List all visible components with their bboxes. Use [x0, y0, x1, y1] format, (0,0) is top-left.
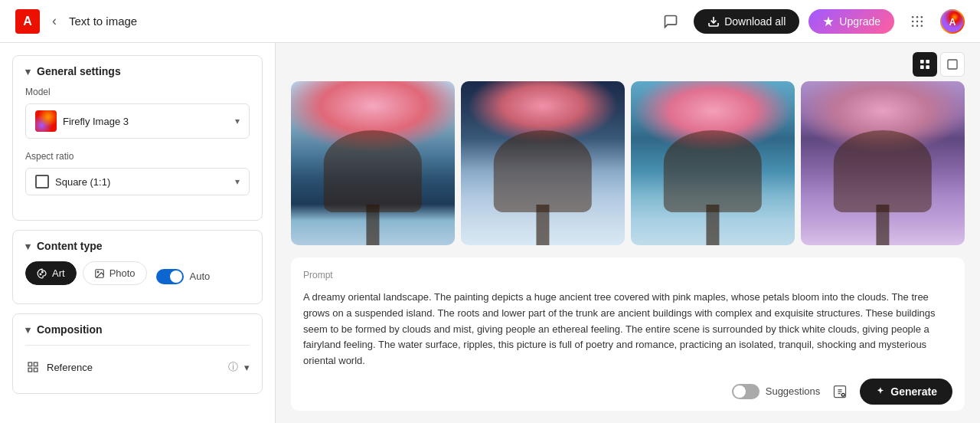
generate-button[interactable]: Generate — [860, 379, 952, 405]
chevron-icon: ▾ — [25, 241, 31, 252]
svg-rect-23 — [926, 65, 929, 69]
generate-icon — [875, 386, 886, 397]
page-title: Text to image — [69, 15, 137, 28]
svg-rect-16 — [28, 362, 32, 366]
single-view-icon — [946, 58, 959, 70]
generated-image-2[interactable] — [461, 81, 625, 245]
reference-dropdown-arrow[interactable]: ▾ — [244, 362, 250, 373]
general-settings-title: General settings — [37, 65, 121, 77]
comment-button[interactable] — [657, 8, 684, 35]
prompt-footer: Suggestions Generate — [303, 379, 952, 405]
general-settings-section: ▾ General settings Model Firefly Image 3… — [12, 55, 263, 221]
svg-rect-17 — [34, 362, 38, 366]
model-dropdown-arrow: ▾ — [235, 116, 240, 126]
reference-icon — [25, 359, 41, 375]
photo-button[interactable]: Photo — [83, 261, 147, 285]
general-settings-header[interactable]: ▾ General settings — [13, 56, 262, 87]
view-toggle — [291, 52, 965, 77]
enhance-button[interactable] — [828, 379, 852, 404]
art-icon — [37, 268, 47, 279]
main-layout: ▾ General settings Model Firefly Image 3… — [0, 43, 980, 423]
aspect-ratio-dropdown-arrow: ▾ — [235, 176, 240, 187]
suggestions-toggle[interactable] — [732, 384, 760, 399]
content-type-section: ▾ Content type Art — [12, 230, 263, 304]
svg-rect-20 — [920, 60, 924, 64]
svg-rect-22 — [920, 65, 924, 69]
svg-point-8 — [916, 25, 919, 27]
single-view-button[interactable] — [940, 52, 965, 77]
art-button[interactable]: Art — [25, 261, 77, 285]
generated-image-4[interactable] — [801, 81, 965, 245]
svg-rect-18 — [34, 368, 38, 372]
image-grid — [291, 81, 965, 245]
prompt-text[interactable]: A dreamy oriental landscape. The paintin… — [303, 290, 952, 369]
svg-point-5 — [916, 20, 919, 22]
adobe-logo: A — [15, 9, 40, 34]
grid-dots-icon — [910, 14, 925, 29]
content-type-title: Content type — [37, 240, 103, 252]
content-type-buttons: Art Photo — [25, 261, 147, 285]
model-thumbnail — [35, 110, 57, 132]
auto-toggle-container: Auto — [156, 269, 211, 284]
svg-point-13 — [41, 271, 43, 273]
sidebar: ▾ General settings Model Firefly Image 3… — [0, 43, 276, 423]
composition-section: ▾ Composition Reference ⓘ ▾ — [12, 313, 263, 394]
svg-text:A: A — [949, 17, 956, 28]
model-label: Model — [25, 87, 250, 97]
suggestions-toggle-container: Suggestions — [732, 384, 821, 399]
aspect-ratio-value: Square (1:1) — [55, 176, 229, 188]
auto-toggle[interactable] — [156, 269, 184, 284]
top-row — [291, 55, 965, 245]
svg-rect-19 — [28, 368, 32, 372]
images-and-toggle — [291, 55, 965, 245]
composition-body: Reference ⓘ ▾ — [13, 346, 262, 393]
composition-chevron-icon: ▾ — [25, 324, 31, 336]
svg-point-12 — [40, 274, 41, 275]
upgrade-button[interactable]: Upgrade — [808, 9, 894, 34]
download-all-button[interactable]: Download all — [694, 9, 799, 34]
grid-view-icon — [919, 58, 931, 70]
svg-point-2 — [916, 15, 919, 18]
composition-title: Composition — [37, 323, 103, 336]
generated-image-3[interactable] — [631, 81, 795, 245]
grid-view-button[interactable] — [913, 52, 937, 77]
photo-icon — [94, 268, 105, 279]
aspect-ratio-label: Aspect ratio — [25, 151, 250, 162]
svg-rect-24 — [948, 60, 957, 69]
model-dropdown[interactable]: Firefly Image 3 ▾ — [25, 103, 250, 139]
content-type-row: Art Photo Auto — [25, 261, 250, 291]
back-button[interactable]: ‹ — [49, 10, 60, 32]
content-type-header[interactable]: ▾ Content type — [13, 231, 262, 261]
svg-point-3 — [921, 15, 923, 18]
prompt-label: Prompt — [303, 270, 952, 280]
auto-toggle-label: Auto — [190, 271, 211, 282]
info-icon[interactable]: ⓘ — [228, 360, 238, 374]
download-icon — [707, 15, 720, 28]
enhance-icon — [832, 384, 848, 399]
general-settings-body: Model Firefly Image 3 ▾ Aspect ratio Squ… — [13, 87, 262, 220]
reference-row: Reference ⓘ ▾ — [25, 353, 250, 381]
generated-image-1[interactable] — [291, 81, 455, 245]
model-name: Firefly Image 3 — [63, 116, 229, 127]
svg-point-15 — [97, 271, 99, 273]
upgrade-icon — [822, 15, 835, 28]
svg-point-9 — [921, 25, 923, 27]
content-type-body: Art Photo Auto — [13, 261, 262, 303]
svg-point-4 — [912, 20, 914, 22]
apps-grid-button[interactable] — [903, 8, 931, 35]
svg-point-6 — [921, 20, 923, 22]
svg-point-1 — [912, 15, 914, 18]
reference-label: Reference — [47, 362, 222, 373]
chevron-up-icon: ▾ — [25, 66, 31, 77]
prompt-area: Prompt A dreamy oriental landscape. The … — [291, 257, 965, 411]
avatar[interactable]: A — [940, 9, 965, 34]
aspect-ratio-dropdown[interactable]: Square (1:1) ▾ — [25, 168, 250, 195]
header: A ‹ Text to image Download all Upgrade — [0, 0, 980, 43]
svg-rect-21 — [926, 60, 929, 64]
svg-point-7 — [912, 25, 914, 27]
composition-header[interactable]: ▾ Composition — [13, 314, 262, 345]
aspect-ratio-icon — [35, 175, 49, 189]
suggestions-label: Suggestions — [766, 385, 821, 397]
content-area: Prompt A dreamy oriental landscape. The … — [276, 43, 980, 423]
